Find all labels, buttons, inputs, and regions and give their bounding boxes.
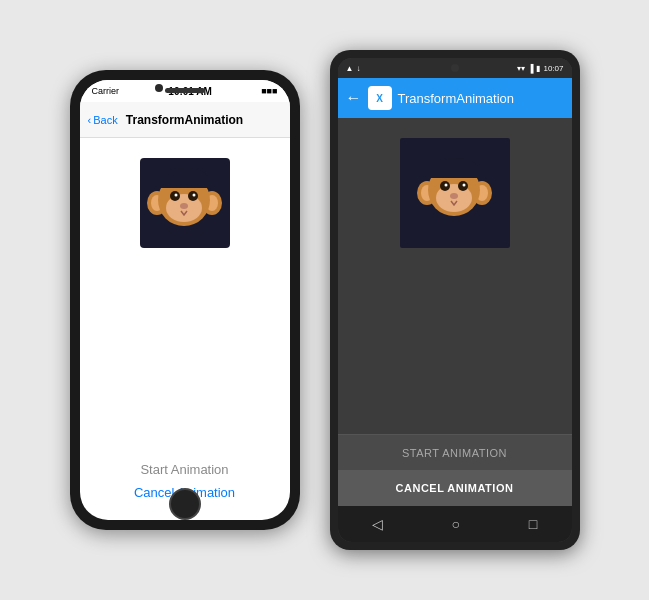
ios-camera: [155, 84, 163, 92]
svg-point-22: [463, 184, 466, 187]
svg-point-8: [175, 194, 178, 197]
svg-point-23: [450, 193, 458, 199]
android-nav-bar: ◁ ○ □: [338, 506, 572, 542]
android-page-title: TransformAnimation: [398, 91, 515, 106]
android-back-button[interactable]: ←: [346, 89, 362, 107]
alert-icon: ▲: [346, 64, 354, 73]
android-screen: ▲ ↓ ▾▾ ▐ ▮ 10:07 ← X TransformAnimation: [338, 58, 572, 542]
wifi-icon: ▾▾: [517, 64, 525, 73]
ios-speaker: [165, 88, 205, 93]
ios-back-label[interactable]: Back: [93, 114, 117, 126]
signal-icon: ▐: [528, 64, 534, 73]
android-start-label: START ANIMATION: [402, 447, 507, 459]
ios-back-chevron: ‹: [88, 114, 92, 126]
android-start-button[interactable]: START ANIMATION: [338, 434, 572, 470]
ios-phone: Carrier 10:01 AM ■■■ ‹ Back TransformAni…: [70, 70, 300, 530]
android-cancel-label: CANCEL ANIMATION: [396, 482, 514, 494]
svg-point-10: [180, 203, 188, 209]
ios-screen: Carrier 10:01 AM ■■■ ‹ Back TransformAni…: [80, 80, 290, 520]
download-icon: ↓: [356, 64, 360, 73]
android-nav-recents[interactable]: □: [529, 516, 537, 532]
battery-icon: ▮: [536, 64, 540, 73]
app-icon-text: X: [376, 93, 383, 104]
svg-point-9: [193, 194, 196, 197]
android-nav-back[interactable]: ◁: [372, 516, 383, 532]
ios-content: Start Animation Cancel Animation: [80, 138, 290, 520]
ios-nav-bar: ‹ Back TransformAnimation: [80, 102, 290, 138]
svg-point-21: [445, 184, 448, 187]
android-app-icon: X: [368, 86, 392, 110]
svg-rect-12: [160, 176, 208, 188]
android-status-icons: ▾▾ ▐ ▮ 10:07: [517, 64, 564, 73]
ios-back-button[interactable]: ‹ Back: [88, 114, 118, 126]
android-time: 10:07: [543, 64, 563, 73]
svg-rect-25: [430, 166, 478, 178]
ios-carrier: Carrier: [92, 86, 120, 96]
android-nav-home[interactable]: ○: [452, 516, 460, 532]
ios-monkey-image: [140, 158, 230, 248]
ios-start-button[interactable]: Start Animation: [140, 462, 228, 477]
android-camera: [451, 64, 459, 72]
android-toolbar: ← X TransformAnimation: [338, 78, 572, 118]
android-content: [338, 118, 572, 434]
android-phone: ▲ ↓ ▾▾ ▐ ▮ 10:07 ← X TransformAnimation: [330, 50, 580, 550]
ios-home-button[interactable]: [169, 488, 201, 520]
android-notif-icons: ▲ ↓: [346, 64, 361, 73]
android-buttons-area: START ANIMATION CANCEL ANIMATION: [338, 434, 572, 506]
ios-battery: ■■■: [261, 86, 277, 96]
android-monkey-image: [400, 138, 510, 248]
ios-page-title: TransformAnimation: [126, 113, 243, 127]
android-cancel-button[interactable]: CANCEL ANIMATION: [338, 470, 572, 506]
